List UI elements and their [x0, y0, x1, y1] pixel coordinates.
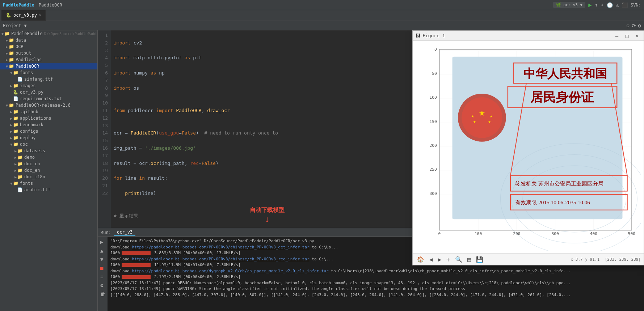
svg-text:中华人民共和国: 中华人民共和国	[523, 67, 607, 80]
tree-paddleclas[interactable]: ▶ 📁 PaddleClas	[0, 56, 97, 63]
figure-close-button[interactable]: ✕	[634, 33, 641, 39]
tree-demo[interactable]: ▶ 📁 demo	[0, 154, 97, 161]
editor-area: 12345 678910 1112131415 1617181920 2122 …	[98, 30, 644, 311]
figure-window: 🖼 Figure 1 — □ ✕	[412, 30, 644, 265]
tree-fonts2[interactable]: ▼ 📁 fonts	[0, 180, 97, 187]
svg-text:0: 0	[438, 231, 441, 236]
tree-root[interactable]: ▼ 📁 PaddlePaddle D:\OpenSource\PaddlePad…	[0, 30, 97, 37]
run-line-warning: [2023/05/17 13:11:49] ppocr WARNING: Sin…	[110, 286, 641, 292]
forward-tool-button[interactable]: ▶	[437, 255, 443, 264]
tree-github[interactable]: ▶ 📁 .github	[0, 108, 97, 115]
tree-applications[interactable]: ▶ 📁 applications	[0, 115, 97, 122]
branch-indicator[interactable]: 🌿 ocr_v3 ▼	[553, 2, 586, 8]
tree-doc[interactable]: ▼ 📁 doc	[0, 141, 97, 148]
back-tool-button[interactable]: ◀	[428, 255, 434, 264]
menu-paddleocr[interactable]: PaddleOCR	[39, 3, 62, 8]
scroll-up-btn[interactable]: ▲	[100, 247, 106, 254]
annotation-text: 自动下载模型	[250, 206, 285, 214]
download-link-cls[interactable]: https://paddleocr.bj.bcebos.com/dygraph_…	[132, 269, 329, 273]
menu-bar: PaddlePaddle PaddleOCR 🌿 ocr_v3 ▼ ▶ ⬆ ⬇ …	[0, 0, 644, 10]
tree-output[interactable]: ▶ 📁 output	[0, 50, 97, 56]
save-tool-button[interactable]: 💾	[475, 255, 485, 264]
svg-text:400: 400	[590, 231, 598, 236]
tab-close-icon[interactable]: ✕	[39, 13, 41, 17]
svg-text:150: 150	[429, 119, 437, 124]
stop-button[interactable]: ■	[100, 264, 106, 272]
file-tree: ▼ 📁 PaddlePaddle D:\OpenSource\PaddlePad…	[0, 30, 98, 311]
clock-icon: 🕐	[607, 2, 613, 8]
tree-paddleocr-release[interactable]: ▼ 📁 PaddleOCR-release-2.6	[0, 102, 97, 108]
svn-label: SVN:	[631, 3, 641, 8]
run-line-4: download https://paddleocr.bj.bcebos.com…	[110, 268, 641, 274]
tab-bar: 🐍 ocr_v3.py ✕	[0, 10, 644, 21]
run-line-result: [[[140.0, 288.0], [447.0, 288.0], [447.0…	[110, 292, 641, 298]
move-tool-button[interactable]: ✛	[445, 255, 451, 264]
project-label: Project	[3, 23, 21, 28]
figure-status: x=3.7 y=91.1 [233, 239, 239]	[571, 257, 641, 262]
annotation-arrow-icon: ↓	[265, 214, 270, 224]
tree-fonts[interactable]: ▼ 📁 fonts	[0, 69, 97, 76]
chart-svg: 0 50 100 150 200 250 300	[416, 44, 641, 251]
tree-images[interactable]: ▶ 📁 images	[0, 82, 97, 89]
svg-text:★: ★	[471, 114, 474, 119]
tab-ocr-v3[interactable]: 🐍 ocr_v3.py ✕	[1, 10, 46, 21]
svg-text:有效期限   2015.10.06-2035.10.06: 有效期限 2015.10.06-2035.10.06	[515, 199, 590, 205]
filter-btn[interactable]: 🗑	[100, 290, 106, 298]
settings-gear-icon[interactable]: ⚙	[638, 23, 641, 29]
tree-doc-en[interactable]: ▶ 📁 doc_en	[0, 167, 97, 174]
svg-text:50: 50	[432, 71, 437, 76]
tree-paddleocr[interactable]: ▼ 📁 PaddleOCR	[0, 63, 97, 69]
configure-tool-button[interactable]: ▤	[466, 255, 472, 264]
settings-btn[interactable]: ⚙	[100, 282, 106, 289]
tree-doc-i18n[interactable]: ▶ 📁 doc_i18n	[0, 174, 97, 180]
svg-text:★: ★	[490, 114, 493, 119]
run-tab-ocr-v3[interactable]: ocr_v3	[114, 229, 135, 236]
tree-datasets[interactable]: ▶ 📁 datasets	[0, 148, 97, 154]
svg-text:0: 0	[434, 47, 437, 52]
svg-text:200: 200	[429, 143, 437, 148]
wrap-lines-btn[interactable]: ≡	[100, 273, 106, 280]
download-link-det[interactable]: https://paddleocr.bj.bcebos.com/PP-OCRv3…	[132, 245, 310, 250]
figure-content: 0 50 100 150 200 250 300	[413, 41, 644, 254]
tree-data[interactable]: ▶ 📁 data	[0, 37, 97, 43]
svg-text:居民身份证: 居民身份证	[530, 90, 594, 105]
svg-text:★: ★	[488, 119, 491, 124]
tree-doc-ch[interactable]: ▶ 📁 doc_ch	[0, 161, 97, 167]
home-tool-button[interactable]: 🏠	[416, 255, 426, 264]
figure-controls: — □ ✕	[613, 33, 641, 39]
add-module-icon[interactable]: ⊕	[626, 23, 629, 29]
run-controls: ▶ ▲ ▼ ■ ≡ ⚙ 🗑	[98, 237, 108, 311]
line-numbers: 12345 678910 1112131415 1617181920 2122	[98, 30, 111, 228]
svg-text:★: ★	[479, 106, 485, 118]
rerun-button[interactable]: ▶	[100, 238, 106, 246]
commit-icon[interactable]: ⬆	[595, 2, 598, 8]
scroll-down-btn[interactable]: ▼	[100, 256, 106, 263]
project-dropdown-icon[interactable]: ▼	[24, 23, 27, 28]
download-link-rec[interactable]: https://paddleocr.bj.bcebos.com/PP-OCRv3…	[132, 257, 310, 261]
figure-title: 🖼 Figure 1	[416, 33, 445, 38]
tree-benchmark[interactable]: ▶ 📁 benchmark	[0, 122, 97, 128]
svg-text:250: 250	[429, 167, 437, 172]
tree-deploy[interactable]: ▶ 📁 deploy	[0, 135, 97, 141]
figure-minimize-button[interactable]: —	[613, 33, 620, 39]
sync-icon[interactable]: ⟳	[632, 23, 636, 29]
update-icon[interactable]: ⬇	[601, 2, 603, 8]
zoom-tool-button[interactable]: 🔍	[454, 255, 464, 264]
figure-icon: 🖼	[416, 33, 420, 38]
alert-icon: ⚠	[616, 2, 619, 8]
run-line-progress-3: 100% 2.19M/2.19M [00:00<00:00, 2.58MiB/s…	[110, 274, 641, 280]
tree-simfang[interactable]: ▶ 📄 simfang.ttf	[0, 76, 97, 82]
annotation-overlay: 自动下载模型 ↓	[250, 206, 285, 224]
figure-titlebar: 🖼 Figure 1 — □ ✕	[413, 31, 644, 41]
main-area: ▼ 📁 PaddlePaddle D:\OpenSource\PaddlePad…	[0, 30, 644, 311]
tree-requirements[interactable]: ▶ 📄 requirements.txt	[0, 95, 97, 102]
run-icon[interactable]: ▶	[588, 1, 592, 8]
tree-configs[interactable]: ▶ 📁 configs	[0, 128, 97, 135]
run-label: Run:	[101, 230, 111, 235]
figure-maximize-button[interactable]: □	[623, 33, 631, 39]
tree-ocr[interactable]: ▶ 📁 OCR	[0, 43, 97, 50]
project-bar: Project ▼ ⊕ ⟳ ⚙	[0, 21, 644, 30]
error-icon: ⬛	[622, 2, 628, 8]
tree-ocr-v3-py[interactable]: ▶ 🐍 ocr_v3.py	[0, 89, 97, 95]
tree-arabic[interactable]: ▶ 📄 arabic.ttf	[0, 187, 97, 193]
